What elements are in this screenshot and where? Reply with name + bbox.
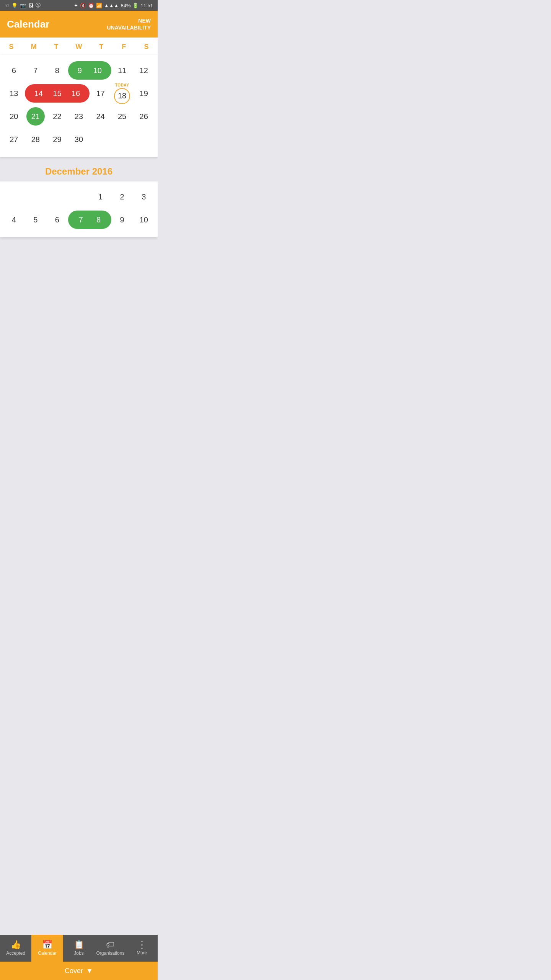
battery-icon: 🔋 (132, 3, 139, 8)
mute-icon: 🔇 (80, 3, 86, 8)
day-header-mon: M (23, 43, 45, 51)
s-icon: Ⓢ (36, 2, 41, 9)
day-header-sat: S (135, 43, 158, 51)
cal-day-28[interactable]: 28 (25, 128, 47, 151)
more-icon: ⋮ (137, 941, 147, 949)
pill-day-9: 9 (78, 66, 82, 75)
day-headers-row: S M T W T F S (0, 38, 158, 55)
jobs-icon: 📋 (74, 941, 84, 949)
nav-label-more: More (137, 950, 147, 956)
time-display: 11:51 (140, 3, 153, 8)
dec-day-5[interactable]: 5 (25, 208, 47, 231)
cover-bar[interactable]: Cover ▼ (0, 962, 158, 980)
today-label: TODAY (115, 83, 129, 87)
dec-day-2[interactable]: 2 (111, 185, 133, 208)
status-bar: ☜ 💡 📷 🖼 Ⓢ ✦ 🔇 ⏰ 📶 ▲▲▲ 84% 🔋 11:51 (0, 0, 158, 11)
day-header-wed: W (68, 43, 90, 51)
camera-icon: 📷 (20, 3, 26, 8)
cal-day-21-circle[interactable]: 21 (25, 105, 47, 128)
dec-pill-day-8: 8 (96, 216, 101, 224)
cal-day-7[interactable]: 7 (25, 59, 47, 82)
battery-percent: 84% (121, 3, 130, 8)
dec-day-7-8-pill[interactable]: 7 8 (68, 208, 111, 231)
organisations-icon: 🏷 (106, 941, 114, 949)
nav-item-accepted[interactable]: 👍 Accepted (0, 935, 31, 962)
today-circle: 18 (114, 88, 130, 104)
scroll-content: S M T W T F S 6 7 8 9 10 11 12 13 (0, 38, 158, 287)
bottom-navigation: 👍 Accepted 📅 Calendar 📋 Jobs 🏷 Organisat… (0, 935, 158, 962)
cover-label: Cover (65, 967, 83, 975)
cal-day-17[interactable]: 17 (90, 82, 111, 105)
green-circle-21: 21 (26, 107, 45, 126)
december-month-label: December 2016 (0, 157, 158, 181)
december-grid: 1 2 3 4 5 6 7 8 9 10 (0, 181, 158, 237)
bulb-icon: 💡 (11, 3, 18, 8)
december-calendar-card: 1 2 3 4 5 6 7 8 9 10 (0, 181, 158, 237)
app-header: Calendar NEW UNAVAILABILITY (0, 11, 158, 38)
cal-day-26[interactable]: 26 (133, 105, 155, 128)
green-pill-9-10: 9 10 (68, 61, 111, 80)
today-container: TODAY 18 (114, 82, 130, 105)
pill-day-10: 10 (93, 66, 102, 75)
nav-item-organisations[interactable]: 🏷 Organisations (95, 935, 126, 962)
cover-dropdown-icon: ▼ (86, 967, 93, 975)
cal-day-13[interactable]: 13 (3, 82, 25, 105)
nav-item-more[interactable]: ⋮ More (126, 935, 158, 962)
dec-day-6[interactable]: 6 (46, 208, 68, 231)
wifi-icon: 📶 (96, 3, 102, 8)
day-header-fri: F (112, 43, 135, 51)
cal-day-14-16-pill[interactable]: 14 15 16 (25, 82, 90, 105)
pill-day-15: 15 (53, 89, 61, 98)
cal-day-8[interactable]: 8 (46, 59, 68, 82)
dec-day-9[interactable]: 9 (111, 208, 133, 231)
bluetooth-icon: ✦ (74, 3, 78, 8)
cal-day-18-today[interactable]: TODAY 18 (111, 82, 133, 105)
dec-empty-1 (3, 185, 25, 208)
cal-day-19[interactable]: 19 (133, 82, 155, 105)
nav-label-organisations: Organisations (96, 951, 124, 956)
nav-label-jobs: Jobs (74, 951, 83, 956)
nav-label-accepted: Accepted (6, 951, 25, 956)
alarm-icon: ⏰ (88, 3, 94, 8)
dec-empty-4 (68, 185, 90, 208)
dec-pill-day-7: 7 (78, 216, 83, 224)
dec-day-10[interactable]: 10 (133, 208, 155, 231)
cal-day-20[interactable]: 20 (3, 105, 25, 128)
day-header-thu: T (90, 43, 112, 51)
cal-day-30[interactable]: 30 (68, 128, 90, 151)
cal-day-29[interactable]: 29 (46, 128, 68, 151)
status-left-icons: ☜ 💡 📷 🖼 Ⓢ (5, 2, 41, 9)
november-calendar-card: 6 7 8 9 10 11 12 13 14 15 16 17 (0, 55, 158, 157)
november-grid: 6 7 8 9 10 11 12 13 14 15 16 17 (0, 55, 158, 157)
cal-day-6[interactable]: 6 (3, 59, 25, 82)
thumbs-up-icon: 👍 (11, 941, 21, 949)
nav-label-calendar: Calendar (38, 951, 57, 956)
cal-day-9-10-pill[interactable]: 9 10 (68, 59, 111, 82)
nav-item-calendar[interactable]: 📅 Calendar (31, 935, 63, 962)
cal-day-24[interactable]: 24 (90, 105, 111, 128)
dec-empty-2 (25, 185, 47, 208)
day-header-sun: S (0, 43, 23, 51)
calendar-icon: 📅 (42, 941, 52, 949)
image-icon: 🖼 (28, 3, 33, 8)
cal-day-22[interactable]: 22 (46, 105, 68, 128)
cal-day-25[interactable]: 25 (111, 105, 133, 128)
pill-day-16: 16 (72, 89, 80, 98)
nav-item-jobs[interactable]: 📋 Jobs (63, 935, 95, 962)
hand-icon: ☜ (5, 3, 9, 8)
green-pill-7-8: 7 8 (68, 211, 111, 229)
new-unavailability-button[interactable]: NEW UNAVAILABILITY (107, 17, 151, 31)
cal-day-27[interactable]: 27 (3, 128, 25, 151)
cal-day-23[interactable]: 23 (68, 105, 90, 128)
red-pill-14-16: 14 15 16 (25, 84, 90, 103)
dec-empty-3 (46, 185, 68, 208)
status-right-icons: ✦ 🔇 ⏰ 📶 ▲▲▲ 84% 🔋 11:51 (74, 3, 153, 8)
dec-day-1[interactable]: 1 (90, 185, 111, 208)
cal-day-12[interactable]: 12 (133, 59, 155, 82)
pill-day-14: 14 (34, 89, 43, 98)
day-header-tue: T (45, 43, 68, 51)
dec-day-4[interactable]: 4 (3, 208, 25, 231)
cal-day-11[interactable]: 11 (111, 59, 133, 82)
dec-day-3[interactable]: 3 (133, 185, 155, 208)
signal-icon: ▲▲▲ (104, 3, 119, 8)
